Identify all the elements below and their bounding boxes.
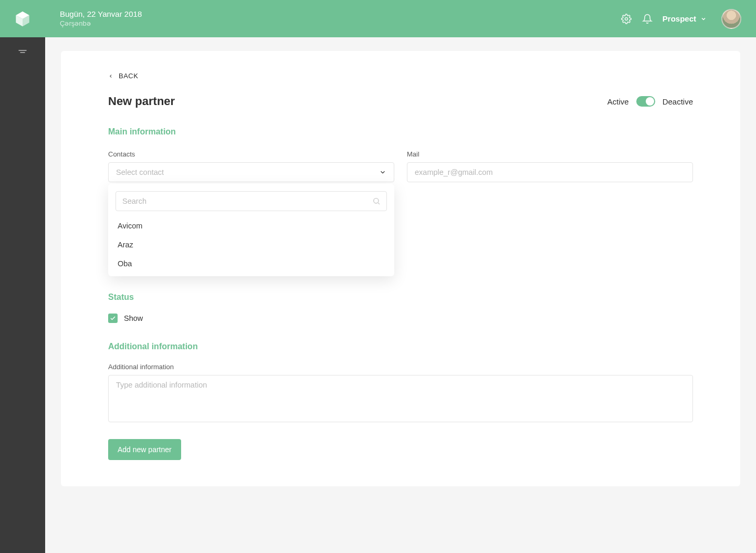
menu-icon[interactable] <box>18 48 27 57</box>
user-menu[interactable]: Prospect <box>663 14 707 23</box>
svg-point-3 <box>374 199 379 203</box>
card: BACK New partner Active Deactive Main in… <box>61 51 740 486</box>
sidebar <box>0 0 45 553</box>
dropdown-search-input[interactable] <box>116 191 387 211</box>
back-button[interactable]: BACK <box>108 72 693 80</box>
contacts-placeholder: Select contact <box>116 168 164 176</box>
active-toggle[interactable] <box>636 96 655 107</box>
chevron-left-icon <box>108 72 113 80</box>
day-line: Çərşənbə <box>60 19 142 28</box>
user-menu-label: Prospect <box>663 14 696 23</box>
content: BACK New partner Active Deactive Main in… <box>45 37 756 553</box>
settings-icon[interactable] <box>621 13 632 25</box>
avatar[interactable] <box>721 9 741 29</box>
contacts-label: Contacts <box>108 150 394 158</box>
additional-textarea[interactable] <box>108 375 693 422</box>
check-icon <box>110 315 116 321</box>
main: Bugün, 22 Yanvar 2018 Çərşənbə <box>45 0 756 553</box>
page-title: New partner <box>108 95 175 108</box>
logo[interactable] <box>0 0 45 37</box>
contacts-select[interactable]: Select contact <box>108 162 394 182</box>
dropdown-list[interactable]: Avicom Araz Oba <box>116 216 387 273</box>
svg-point-2 <box>625 17 627 20</box>
status-toggle-group: Active Deactive <box>607 96 693 107</box>
svg-line-4 <box>378 203 380 204</box>
main-info-heading: Main information <box>108 127 693 137</box>
show-label: Show <box>124 314 143 322</box>
dropdown-search <box>116 191 387 211</box>
mail-field: Mail <box>407 150 693 182</box>
add-new-partner-button[interactable]: Add new partner <box>108 439 181 460</box>
chevron-down-icon <box>379 169 386 176</box>
toggle-knob <box>646 97 654 106</box>
box-icon <box>14 10 32 28</box>
bell-icon[interactable] <box>642 13 653 25</box>
additional-heading: Additional information <box>108 342 693 351</box>
mail-input[interactable] <box>407 162 693 182</box>
dropdown-item[interactable]: Araz <box>116 235 385 254</box>
active-label: Active <box>607 97 629 106</box>
additional-label: Additional information <box>108 363 693 371</box>
topbar: Bugün, 22 Yanvar 2018 Çərşənbə <box>45 0 756 37</box>
dropdown-item[interactable]: Avicom <box>116 216 385 235</box>
date-block: Bugün, 22 Yanvar 2018 Çərşənbə <box>60 9 142 28</box>
search-icon <box>372 197 381 205</box>
contacts-field: Contacts Select contact <box>108 150 394 182</box>
back-label: BACK <box>119 72 138 80</box>
chevron-down-icon <box>700 16 707 22</box>
dropdown-item[interactable]: Oba <box>116 254 385 273</box>
mail-label: Mail <box>407 150 693 158</box>
status-heading: Status <box>108 293 693 302</box>
deactive-label: Deactive <box>663 97 693 106</box>
show-checkbox[interactable] <box>108 314 118 323</box>
date-line: Bugün, 22 Yanvar 2018 <box>60 9 142 19</box>
contacts-dropdown: Avicom Araz Oba <box>108 184 394 276</box>
